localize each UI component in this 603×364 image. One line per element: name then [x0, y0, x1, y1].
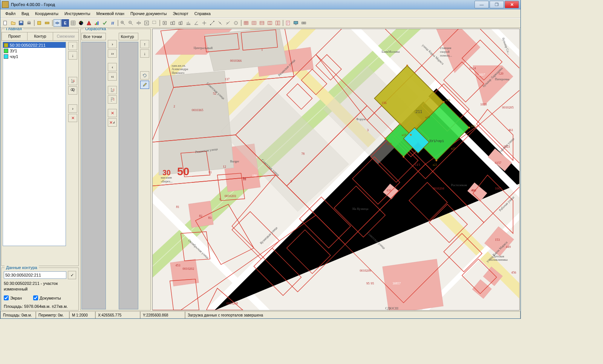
allpoints-list[interactable] — [81, 42, 106, 309]
move-right-button[interactable]: › — [108, 40, 117, 48]
menu-file[interactable]: Файл — [3, 11, 18, 17]
tool-tbl1[interactable] — [242, 19, 250, 27]
status-area: Площадь: 0кв.м. — [0, 312, 36, 318]
tool-report[interactable] — [284, 19, 292, 27]
contour-header: Контур — [119, 33, 138, 40]
svg-text:436: 436 — [386, 188, 392, 192]
tool-diag3[interactable] — [224, 19, 232, 27]
tab-contour[interactable]: Контур — [27, 32, 53, 40]
block-label: 0010208 — [227, 301, 238, 305]
close-button[interactable]: ✕ — [505, 1, 519, 8]
tool-e[interactable]: E — [61, 19, 69, 27]
move-all-left-button[interactable]: ‹‹ — [108, 72, 117, 81]
clear2-button[interactable]: ✕↲ — [108, 118, 117, 127]
list-item[interactable]: ЗУ1 — [3, 48, 66, 54]
tool-tbl5[interactable] — [274, 19, 282, 27]
contour-down-button[interactable]: ↓ — [140, 49, 149, 58]
svg-point-39 — [72, 89, 75, 91]
sort-desc-button[interactable] — [108, 95, 117, 104]
map-canvas[interactable]: 0010366 0010365 0010205 0010204 0010203 … — [152, 29, 520, 310]
tool-triangle[interactable] — [85, 19, 93, 27]
sort-asc-button[interactable] — [108, 86, 117, 94]
print-button[interactable] — [25, 19, 33, 27]
tab-project[interactable]: Проект — [2, 32, 28, 40]
contour-id-input[interactable] — [4, 271, 66, 279]
tool-grid1[interactable] — [69, 19, 77, 27]
svg-text:Александра: Александра — [172, 67, 188, 71]
tool-check[interactable] — [101, 19, 109, 27]
list-item-label: 50:30:0050202:211 — [10, 43, 46, 47]
tool-extent[interactable] — [143, 19, 150, 27]
svg-text:Невского: Невского — [172, 71, 185, 75]
tool-last[interactable] — [300, 19, 308, 27]
panel-data-label: Данные контура — [5, 265, 39, 270]
move-up-button[interactable]: ↑ — [68, 42, 77, 50]
list-item[interactable]: чзу1 — [3, 54, 66, 59]
menu-mezh[interactable]: Межевой план — [94, 11, 127, 17]
tool-h[interactable]: H — [109, 19, 116, 27]
menu-coords[interactable]: Координаты — [32, 11, 61, 17]
tool-tbl4[interactable] — [266, 19, 274, 27]
move-all-right-button[interactable]: ›› — [108, 49, 117, 58]
save-button[interactable] — [17, 19, 25, 27]
svg-rect-31 — [268, 21, 272, 25]
tool-17[interactable] — [185, 19, 192, 27]
screen-checkbox[interactable]: Экран — [4, 295, 22, 300]
svg-text:2: 2 — [173, 104, 175, 108]
delete-button[interactable]: ✕ — [68, 114, 77, 122]
move-left-button[interactable]: ‹ — [108, 63, 117, 71]
apply-button[interactable]: ✓ — [68, 271, 76, 279]
move-down-button[interactable]: ↓ — [68, 51, 77, 60]
sort-button[interactable] — [68, 77, 77, 85]
tool-edit-button[interactable] — [140, 81, 149, 89]
menu-otherdocs[interactable]: Прочие документы — [128, 11, 170, 17]
tool-diag2[interactable] — [216, 19, 224, 27]
tool-bars[interactable] — [93, 19, 101, 27]
tool-angle[interactable] — [193, 19, 200, 27]
open-button[interactable] — [9, 19, 17, 27]
find-button[interactable] — [68, 86, 77, 95]
tool-14[interactable] — [161, 19, 168, 27]
svg-text:120: 120 — [499, 72, 504, 75]
tool-zoomwin[interactable] — [151, 19, 158, 27]
tab-smezhniki[interactable]: Смежники — [53, 32, 79, 40]
svg-text:466: 466 — [471, 188, 476, 192]
tool-tbl2[interactable] — [250, 19, 258, 27]
clear1-button[interactable]: ✕ — [108, 109, 117, 117]
menu-view[interactable]: Вид — [19, 11, 32, 17]
svg-text:станция: станция — [440, 46, 451, 50]
new-button[interactable] — [2, 19, 9, 27]
contour-list[interactable] — [119, 42, 138, 309]
tool-palette[interactable] — [77, 19, 85, 27]
list-item[interactable]: 50:30:0050202:211 — [3, 42, 66, 48]
tool-6[interactable] — [43, 19, 51, 27]
menu-instruments[interactable]: Инструменты — [62, 11, 93, 17]
menu-help[interactable]: Справка — [192, 11, 213, 17]
documents-checkbox[interactable]: Документы — [33, 295, 61, 300]
tool-monitor[interactable] — [292, 19, 300, 27]
region-30: 30 — [162, 168, 171, 177]
expand-button[interactable]: › — [68, 104, 77, 113]
svg-point-10 — [81, 21, 82, 23]
menu-export[interactable]: Экспорт — [170, 11, 191, 17]
minimize-button[interactable]: — — [474, 1, 489, 8]
tool-ring[interactable] — [232, 19, 240, 27]
pan-button[interactable] — [135, 19, 142, 27]
tool-cross[interactable] — [200, 19, 208, 27]
zoom-out-button[interactable] — [127, 19, 135, 27]
svg-rect-49 — [170, 259, 199, 286]
tool-diag1[interactable] — [208, 19, 216, 27]
tool-rotate-button[interactable] — [140, 71, 149, 80]
svg-rect-37 — [302, 22, 306, 24]
tool-layers[interactable] — [54, 19, 61, 27]
maximize-button[interactable]: ❐ — [490, 1, 504, 8]
tool-15[interactable] — [169, 19, 176, 27]
project-list[interactable]: 50:30:0050202:211 ЗУ1 чзу1 — [3, 42, 66, 246]
svg-point-23 — [210, 24, 211, 25]
zoom-in-button[interactable] — [119, 19, 127, 27]
contour-up-button[interactable]: ↑ — [140, 40, 149, 48]
tool-tbl3[interactable] — [258, 19, 266, 27]
tool-5[interactable] — [35, 19, 43, 27]
svg-point-53 — [468, 127, 470, 128]
tool-16[interactable] — [177, 19, 184, 27]
